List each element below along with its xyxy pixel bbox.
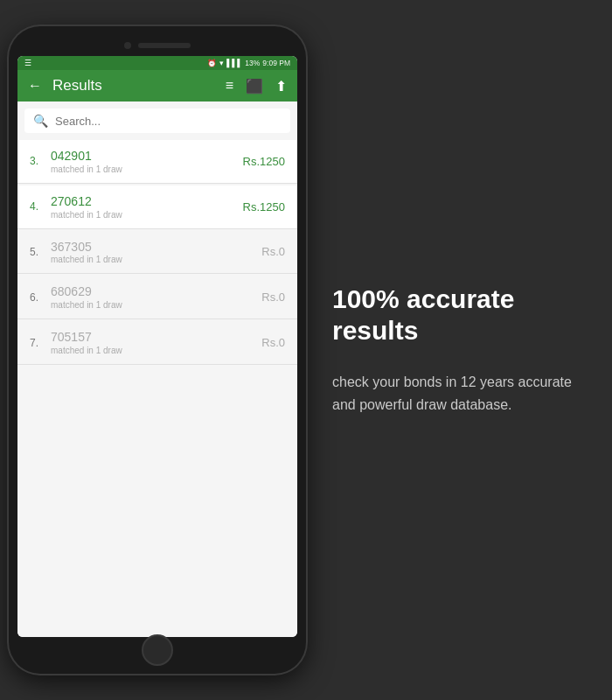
phone-bottom-bar <box>142 642 173 658</box>
result-bond-number: 270612 <box>51 194 243 209</box>
result-index: 4. <box>30 200 47 213</box>
filter-icon[interactable]: ≡ <box>226 78 233 94</box>
status-bar: ☰ ⏰ ▾ ▌▌▌ 13% 9:09 PM <box>17 56 297 70</box>
list-item[interactable]: 5. 367305 matched in 1 draw Rs.0 <box>17 231 297 275</box>
results-list: 3. 042901 matched in 1 draw Rs.1250 4. 2… <box>17 140 297 637</box>
result-sub-text: matched in 1 draw <box>51 346 261 355</box>
phone-shell: ☰ ⏰ ▾ ▌▌▌ 13% 9:09 PM ← Results ≡ <box>9 26 306 674</box>
result-index: 7. <box>30 337 47 349</box>
page-wrapper: ☰ ⏰ ▾ ▌▌▌ 13% 9:09 PM ← Results ≡ <box>0 0 612 700</box>
app-bar: ← Results ≡ ⬛ ⬆ <box>17 70 297 102</box>
status-bar-right: ⏰ ▾ ▌▌▌ 13% 9:09 PM <box>207 59 290 67</box>
result-index: 5. <box>30 246 47 258</box>
result-info: 705157 matched in 1 draw <box>51 330 261 355</box>
result-sub-text: matched in 1 draw <box>51 255 261 264</box>
result-amount: Rs.0 <box>261 245 285 258</box>
phone-speaker <box>138 43 191 48</box>
result-amount: Rs.0 <box>261 290 285 304</box>
result-bond-number: 680629 <box>51 284 261 299</box>
search-input[interactable] <box>55 115 282 128</box>
phone-top-bar <box>124 42 191 49</box>
result-info: 367305 matched in 1 draw <box>51 240 261 265</box>
signal-icon: ▌▌▌ <box>226 59 242 67</box>
result-sub-text: matched in 1 draw <box>51 210 243 220</box>
result-index: 6. <box>30 291 47 304</box>
list-item[interactable]: 6. 680629 matched in 1 draw Rs.0 <box>17 276 297 319</box>
back-button[interactable]: ← <box>28 78 42 94</box>
result-sub-text: matched in 1 draw <box>51 300 261 310</box>
result-amount: Rs.1250 <box>243 200 285 214</box>
status-icon: ☰ <box>24 59 31 67</box>
result-info: 270612 matched in 1 draw <box>51 194 243 220</box>
result-bond-number: 042901 <box>51 149 243 164</box>
search-icon: 🔍 <box>33 114 48 128</box>
home-button[interactable] <box>142 634 173 666</box>
wifi-icon: ▾ <box>219 59 224 67</box>
alarm-icon: ⏰ <box>207 59 217 67</box>
save-icon[interactable]: ⬛ <box>246 78 263 94</box>
search-bar: 🔍 <box>24 108 290 133</box>
battery-text: 13% <box>245 59 260 67</box>
list-item[interactable]: 4. 270612 matched in 1 draw Rs.1250 <box>17 186 297 229</box>
list-item[interactable]: 7. 705157 matched in 1 draw Rs.0 <box>17 321 297 365</box>
result-sub-text: matched in 1 draw <box>51 164 243 174</box>
right-headline: 100% accurate results <box>332 284 595 346</box>
app-bar-icons: ≡ ⬛ ⬆ <box>226 78 287 94</box>
result-amount: Rs.1250 <box>243 155 285 168</box>
result-info: 680629 matched in 1 draw <box>51 284 261 310</box>
right-panel: 100% accurate results check your bonds i… <box>306 284 595 416</box>
share-icon[interactable]: ⬆ <box>275 78 287 94</box>
app-bar-left: ← Results <box>28 77 102 94</box>
result-bond-number: 367305 <box>51 240 261 255</box>
result-bond-number: 705157 <box>51 330 261 345</box>
result-info: 042901 matched in 1 draw <box>51 149 243 174</box>
time-text: 9:09 PM <box>262 59 290 67</box>
app-bar-title: Results <box>52 77 102 94</box>
list-item[interactable]: 3. 042901 matched in 1 draw Rs.1250 <box>17 140 297 184</box>
result-amount: Rs.0 <box>261 336 285 349</box>
phone-screen: ☰ ⏰ ▾ ▌▌▌ 13% 9:09 PM ← Results ≡ <box>17 56 297 637</box>
result-index: 3. <box>30 155 47 167</box>
status-bar-left: ☰ <box>24 59 31 67</box>
phone-camera <box>124 42 131 49</box>
right-body: check your bonds in 12 years accurate an… <box>332 371 595 416</box>
